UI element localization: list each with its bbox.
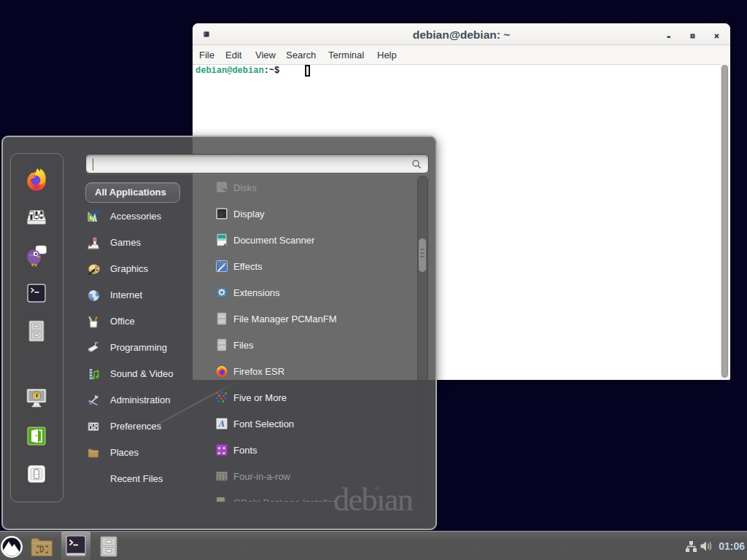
svg-text:A: A	[218, 419, 225, 429]
